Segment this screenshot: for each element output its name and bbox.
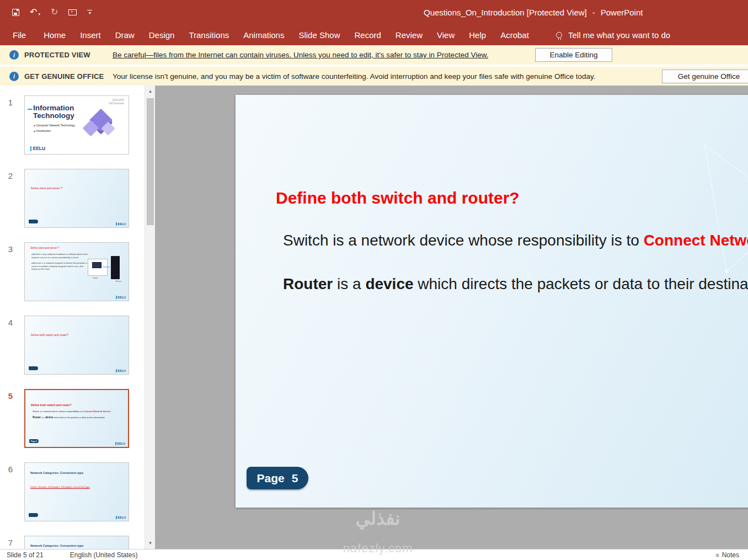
quick-access-toolbar: ↶▾ ↻ ▾ <box>12 0 92 24</box>
ribbon-tab-review[interactable]: Review <box>388 30 430 40</box>
slide-thumbnail-4[interactable]: Define both switch and router? EELU <box>24 316 129 375</box>
get-genuine-office-button[interactable]: Get genuine Office <box>662 70 748 83</box>
slide-thumbnail-6[interactable]: Network Categories: Connection type Defi… <box>24 462 129 521</box>
thumb5-title: Define both switch and router? <box>31 403 72 407</box>
eelu-logo: EELU <box>30 146 45 151</box>
server-label: Server <box>115 280 121 282</box>
redo-button[interactable]: ↻ <box>51 8 58 17</box>
thumb6-title: Network Categories: Connection type <box>30 471 83 474</box>
monitor-icon <box>92 262 101 268</box>
ribbon-tab-view[interactable]: View <box>430 30 462 40</box>
language-indicator[interactable]: English (United States) <box>70 551 138 559</box>
slide-number-2: 2 <box>4 171 17 180</box>
thumb4-question: Define both switch and router? <box>31 333 68 337</box>
scrollbar-thumb[interactable] <box>147 98 154 225</box>
current-slide: Define both switch and router? Switch is… <box>236 95 748 508</box>
title-bar: ↶▾ ↻ ▾ Questions_On_Introduction [Protec… <box>0 0 748 24</box>
ribbon-tab-help[interactable]: Help <box>462 30 493 40</box>
slide-body-line-2: Router is a device which directs the pac… <box>283 275 748 293</box>
slide-counter[interactable]: Slide 5 of 21 <box>7 551 44 559</box>
ribbon-tab-insert[interactable]: Insert <box>73 30 108 40</box>
client-server-graphic: Client Internet Server <box>88 256 123 287</box>
undo-button[interactable]: ↶▾ <box>30 8 40 17</box>
tell-me-label: Tell me what you want to do <box>568 30 670 40</box>
slide-number-7: 7 <box>4 538 17 547</box>
genuine-office-bar: i GET GENUINE OFFICE Your license isn't … <box>0 67 748 86</box>
undo-icon: ↶ <box>30 8 37 17</box>
ribbon-tab-animations[interactable]: Animations <box>236 30 291 40</box>
thumb1-title: Information Technology <box>33 104 74 120</box>
slide-thumbnails-panel: 1 2024-2025 Fall Semester Information Te… <box>0 86 145 549</box>
slide-number-5: 5 <box>4 391 17 401</box>
protected-view-message-link[interactable]: Be careful—files from the Internet can c… <box>113 51 488 59</box>
slideshow-icon <box>68 9 77 15</box>
lightbulb-icon <box>556 32 562 38</box>
redo-icon: ↻ <box>51 8 58 17</box>
app-name: PowerPoint <box>601 8 643 17</box>
thumb1-bullets: Computer Network Technology Introduction <box>34 124 75 135</box>
ribbon-tab-home[interactable]: Home <box>36 30 73 40</box>
save-button[interactable] <box>12 9 19 16</box>
title-separator: - <box>592 8 595 17</box>
slide-thumbnail-2[interactable]: Define client and server ? EELU <box>24 169 129 228</box>
client-label: Client <box>93 277 98 279</box>
status-bar: Slide 5 of 21 English (United States) ≡ … <box>0 549 748 560</box>
customize-toolbar-icon: ▾ <box>87 10 92 15</box>
slide-number-3: 3 <box>4 244 17 254</box>
tell-me-box[interactable]: Tell me what you want to do <box>556 24 670 45</box>
ribbon-tab-slide-show[interactable]: Slide Show <box>291 30 347 40</box>
thumb1-date: 2024-2025 Fall Semester <box>109 99 124 106</box>
eelu-logo: EELU <box>116 296 126 299</box>
thumb5-line2: Router is a device which directs the pac… <box>33 416 105 419</box>
slide-number-6: 6 <box>4 465 17 474</box>
ribbon-tab-transitions[interactable]: Transitions <box>181 30 236 40</box>
protected-view-label: PROTECTED VIEW <box>24 51 113 59</box>
ribbon-tab-acrobat[interactable]: Acrobat <box>493 30 536 40</box>
chevron-down-icon: ▾ <box>38 12 40 17</box>
slide-thumbnail-5-selected[interactable]: Define both switch and router? Switch is… <box>24 389 129 448</box>
slide-thumbnail-3[interactable]: Define client and server ? A client is a… <box>24 242 129 301</box>
vertical-scrollbar[interactable]: ▲ ▼ <box>145 86 155 549</box>
thumb3-title: Define client and server ? <box>30 247 59 249</box>
page-badge: Page 5 <box>29 439 39 443</box>
ribbon-tab-design[interactable]: Design <box>142 30 182 40</box>
thumb2-question: Define client and server ? <box>31 186 62 190</box>
page-badge <box>29 366 38 370</box>
page-badge <box>29 220 38 223</box>
slide-canvas: Define both switch and router? Switch is… <box>155 86 748 549</box>
protected-view-bar: i PROTECTED VIEW Be careful—files from t… <box>0 45 748 66</box>
page-badge <box>29 513 38 517</box>
network-pattern-decoration <box>627 95 748 508</box>
notes-button[interactable]: ≡ Notes <box>715 551 739 559</box>
title-accent-line <box>28 109 32 110</box>
notes-icon: ≡ <box>715 552 719 558</box>
ribbon-tabs: File Home Insert Draw Design Transitions… <box>0 24 748 45</box>
eelu-logo: EELU <box>116 222 126 226</box>
internet-label: Internet <box>103 266 110 268</box>
info-icon: i <box>9 50 19 60</box>
isometric-servers-graphic <box>84 109 120 141</box>
server-tower-image <box>111 256 120 279</box>
thumb3-body: A client is any computer hardware or sof… <box>31 253 89 273</box>
eelu-logo: EELU <box>116 369 126 372</box>
info-icon: i <box>9 72 19 81</box>
enable-editing-button[interactable]: Enable Editing <box>535 48 612 62</box>
ribbon-tab-draw[interactable]: Draw <box>108 30 142 40</box>
genuine-office-label: GET GENUINE OFFICE <box>24 72 113 81</box>
start-slideshow-button[interactable] <box>68 9 77 15</box>
slide-thumbnail-1[interactable]: 2024-2025 Fall Semester Information Tech… <box>24 95 129 154</box>
ribbon-tab-file[interactable]: File <box>6 30 33 40</box>
ribbon-tab-record[interactable]: Record <box>347 30 388 40</box>
save-icon <box>12 9 19 16</box>
page-number-badge: Page5 <box>247 467 308 489</box>
window-title: Questions_On_Introduction [Protected Vie… <box>424 0 643 24</box>
customize-quick-access-button[interactable]: ▾ <box>87 10 92 15</box>
thumb6-subtitle: Define Simplex, half-duplex, full-duplex… <box>30 486 90 488</box>
eelu-logo: EELU <box>116 516 126 519</box>
slide-body-line-1: Switch is a network device whose respons… <box>283 232 748 249</box>
slide-number-1: 1 <box>4 98 17 107</box>
scroll-up-button[interactable]: ▲ <box>145 87 156 96</box>
document-name: Questions_On_Introduction [Protected Vie… <box>424 8 587 17</box>
scroll-down-button[interactable]: ▼ <box>145 538 156 548</box>
powerpoint-window: ↶▾ ↻ ▾ Questions_On_Introduction [Protec… <box>0 0 748 560</box>
